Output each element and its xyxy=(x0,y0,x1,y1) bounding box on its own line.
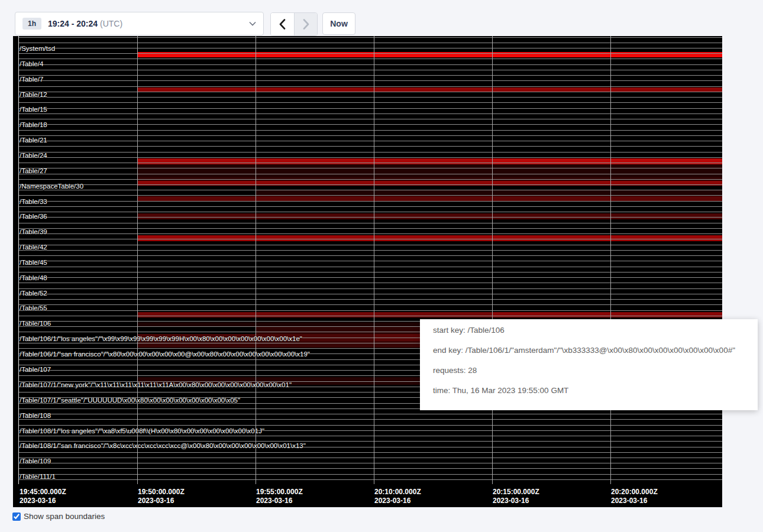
axis-date: 2023-03-16 xyxy=(374,497,421,505)
row-label: /Table/15 xyxy=(20,106,47,113)
span-boundary-line xyxy=(18,479,722,480)
axis-time-label: 20:15:00.000Z2023-03-16 xyxy=(493,488,539,505)
span-boundary-line xyxy=(18,310,722,311)
axis-time: 20:20:00.000Z xyxy=(611,488,658,497)
row-label: /Table/48 xyxy=(20,274,47,282)
span-boundary-line xyxy=(18,288,722,289)
prev-range-button[interactable] xyxy=(271,13,294,35)
span-boundary-line xyxy=(18,223,722,223)
span-boundary-line xyxy=(18,146,722,147)
row-label: /Table/27 xyxy=(20,167,47,175)
span-boundary-line xyxy=(18,239,722,239)
range-times: 19:24 - 20:24 xyxy=(48,19,98,28)
span-boundary-line xyxy=(18,97,722,98)
span-boundary-line xyxy=(18,468,722,469)
heat-band xyxy=(137,164,722,177)
hover-tooltip: start key: /Table/106 end key: /Table/10… xyxy=(420,319,758,410)
range-timezone: (UTC) xyxy=(100,19,122,28)
heat-band xyxy=(137,158,492,164)
span-boundary-line xyxy=(18,179,722,180)
key-visualizer-canvas[interactable]: /System/tsd/Table/4/Table/7/Table/12/Tab… xyxy=(13,36,722,507)
time-gridline xyxy=(492,36,493,484)
row-label: /Table/107/1/"new york"/"\x11\x11\x11\x1… xyxy=(20,381,292,389)
chevron-left-icon xyxy=(279,19,286,30)
next-range-button[interactable] xyxy=(294,13,317,35)
label-boundary-line xyxy=(18,36,19,484)
now-button[interactable]: Now xyxy=(322,12,355,35)
range-duration-badge: 1h xyxy=(22,18,41,30)
span-boundary-line xyxy=(18,163,722,163)
row-label: /Table/108/1/"los angeles"/"\xa8\xf5\u00… xyxy=(20,427,264,435)
span-boundary-line xyxy=(18,48,722,48)
time-range-select[interactable]: 1h 19:24 - 20:24 (UTC) xyxy=(15,12,264,35)
span-boundary-line xyxy=(18,124,722,125)
span-boundary-line xyxy=(18,245,722,245)
span-boundary-line xyxy=(18,277,722,278)
span-boundary-line xyxy=(18,201,722,202)
row-label: /Table/18 xyxy=(20,121,47,129)
row-label: /Table/45 xyxy=(20,259,47,267)
tooltip-time: time: Thu, 16 Mar 2023 19:55:00 GMT xyxy=(433,387,749,395)
axis-time-label: 19:45:00.000Z2023-03-16 xyxy=(20,488,66,505)
axis-date: 2023-03-16 xyxy=(493,497,539,505)
axis-time-label: 20:20:00.000Z2023-03-16 xyxy=(611,488,658,505)
axis-time-label: 20:10:00.000Z2023-03-16 xyxy=(374,488,421,505)
row-label: /Table/55 xyxy=(20,304,47,312)
span-boundary-line xyxy=(18,272,722,273)
span-boundary-line xyxy=(18,474,722,475)
row-label: /Table/52 xyxy=(20,290,47,297)
row-label: /Table/21 xyxy=(20,137,47,144)
span-boundary-line xyxy=(18,130,722,131)
time-gridline xyxy=(137,36,138,484)
span-boundary-line xyxy=(18,113,722,114)
span-boundary-line xyxy=(18,64,722,65)
span-boundary-line xyxy=(18,261,722,261)
time-gridline xyxy=(256,36,256,484)
axis-time: 19:45:00.000Z xyxy=(20,488,66,497)
span-boundary-line xyxy=(18,119,722,119)
span-boundary-line xyxy=(18,228,722,229)
span-boundary-line xyxy=(18,294,722,294)
axis-time: 20:15:00.000Z xyxy=(493,488,539,497)
row-label: /Table/36 xyxy=(20,213,47,220)
span-boundary-line xyxy=(18,53,722,54)
axis-time-label: 19:55:00.000Z2023-03-16 xyxy=(256,488,303,505)
show-span-boundaries-label: Show span boundaries xyxy=(24,512,105,521)
span-boundary-line xyxy=(18,414,722,414)
heat-band xyxy=(492,158,722,164)
span-boundary-line xyxy=(18,43,722,43)
span-boundary-line xyxy=(18,212,722,212)
tooltip-end-key: end key: /Table/106/1/"amsterdam"/"\xb33… xyxy=(433,346,749,355)
span-boundary-line xyxy=(18,436,722,436)
span-boundary-line xyxy=(18,86,722,87)
axis-time: 19:55:00.000Z xyxy=(256,488,303,497)
span-boundary-line xyxy=(18,441,722,442)
row-label: /Table/33 xyxy=(20,198,47,206)
span-boundary-line xyxy=(18,452,722,453)
row-label: /Table/42 xyxy=(20,244,47,251)
span-boundary-line xyxy=(18,80,722,81)
row-label: /Table/107/1/"seattle"/"UUUUUUD\x00\x80\… xyxy=(20,397,240,404)
show-span-boundaries-checkbox[interactable] xyxy=(12,512,21,521)
span-boundary-line xyxy=(18,174,722,174)
span-boundary-line xyxy=(18,102,722,103)
range-label: 19:24 - 20:24 (UTC) xyxy=(48,19,122,28)
span-boundary-line xyxy=(18,419,722,420)
row-label: /Table/7 xyxy=(20,76,43,83)
row-label: /Table/109 xyxy=(20,458,51,465)
span-boundary-line xyxy=(18,168,722,168)
row-label: /Table/108/1/"san francisco"/"\x8c\xcc\x… xyxy=(20,442,306,450)
axis-time: 19:50:00.000Z xyxy=(138,488,185,497)
axis-time-label: 19:50:00.000Z2023-03-16 xyxy=(138,488,185,505)
time-gridline xyxy=(610,36,611,484)
span-boundary-line xyxy=(18,255,722,256)
span-boundary-line xyxy=(18,141,722,141)
chevron-down-icon xyxy=(249,21,256,26)
row-label: /Table/106 xyxy=(20,320,51,327)
axis-date: 2023-03-16 xyxy=(256,497,303,505)
range-nav-group xyxy=(270,12,318,36)
span-boundary-line xyxy=(18,195,722,196)
axis-time: 20:10:00.000Z xyxy=(374,488,421,497)
row-label: /System/tsd xyxy=(20,45,55,53)
span-boundary-line xyxy=(18,316,722,316)
